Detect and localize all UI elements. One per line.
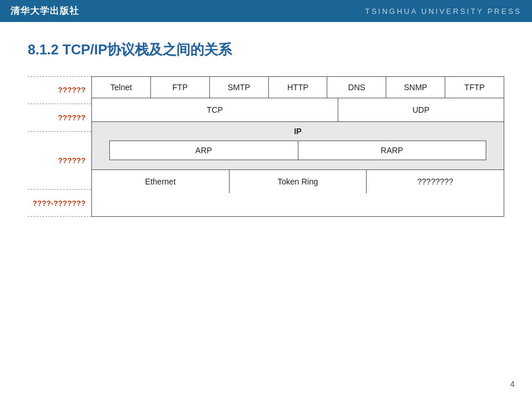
ftp-cell: FTP [151,77,210,98]
protocol-table: Telnet FTP SMTP HTTP DNS SNMP TF [91,76,504,217]
tftp-cell: TFTP [445,77,504,98]
other-cell: ???????? [367,170,504,193]
ethernet-cell: Ethernet [92,170,230,193]
snmp-cell: SNMP [386,77,445,98]
page-title: 8.1.2 TCP/IP协议栈及之间的关系 [28,40,504,59]
ip-label: IP [98,127,498,136]
transport-layer-label: ?????? [28,104,91,131]
transport-layer-row: TCP UDP [92,98,504,122]
telnet-cell: Telnet [92,77,151,98]
dns-cell: DNS [327,77,386,98]
arp-rarp-box: ARP RARP [109,141,486,160]
header: 清华大学出版社 TSINGHUA UNIVERSITY PRESS [0,0,532,22]
app-layer-row: Telnet FTP SMTP HTTP DNS SNMP TF [92,77,504,98]
token-ring-cell: Token Ring [230,170,367,193]
rarp-cell: RARP [298,141,486,160]
app-layer-label: ?????? [28,76,91,104]
http-cell: HTTP [269,77,328,98]
udp-cell: UDP [338,98,504,121]
arp-cell: ARP [110,141,298,160]
layer-labels: ?????? ?????? ?????? ????-??????? [28,76,91,217]
page-number: 4 [510,379,515,389]
header-title: TSINGHUA UNIVERSITY PRESS [365,7,522,16]
network-layer-label: ?????? [28,131,91,189]
protocol-diagram: ?????? ?????? ?????? ????-??????? Telnet… [28,76,504,217]
main-content: 8.1.2 TCP/IP协议栈及之间的关系 ?????? ?????? ????… [0,22,532,228]
network-layer-row: IP ARP RARP [92,122,504,170]
datalink-layer-label: ????-??????? [28,189,91,217]
tcp-cell: TCP [92,98,338,121]
datalink-layer-row: Ethernet Token Ring ???????? [92,170,504,193]
header-logo: 清华大学出版社 [10,5,79,17]
smtp-cell: SMTP [210,77,269,98]
